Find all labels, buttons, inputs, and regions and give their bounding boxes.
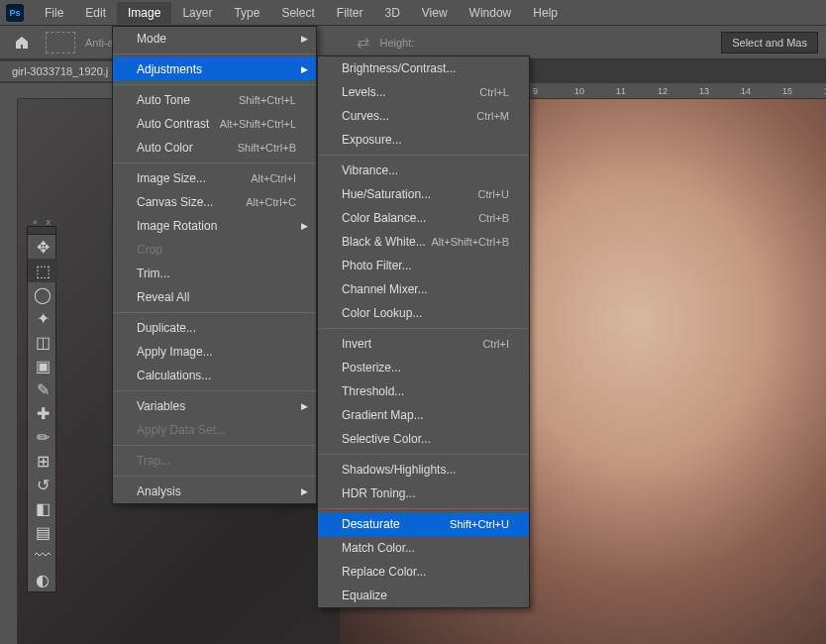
adjust-menu-hdr-toning[interactable]: HDR Toning... — [318, 482, 529, 505]
adjust-menu-invert[interactable]: InvertCtrl+I — [318, 332, 529, 356]
adjust-menu-hue-saturation[interactable]: Hue/Saturation...Ctrl+U — [318, 182, 529, 206]
select-mask-button[interactable]: Select and Mas — [721, 32, 818, 54]
menu-image[interactable]: Image — [117, 2, 171, 24]
adjust-menu-selective-color[interactable]: Selective Color... — [318, 427, 529, 451]
image-menu-mode[interactable]: Mode▶ — [113, 27, 316, 51]
tool-gradient[interactable]: ▤ — [28, 520, 57, 544]
image-menu-apply-data-set: Apply Data Set... — [113, 418, 316, 442]
image-menu-calculations[interactable]: Calculations... — [113, 364, 316, 387]
tool-wand[interactable]: ✦ — [28, 306, 57, 330]
image-menu-auto-tone[interactable]: Auto ToneShift+Ctrl+L — [113, 88, 316, 112]
adjust-menu-brightness-contrast[interactable]: Brightness/Contrast... — [318, 56, 529, 80]
menu-filter[interactable]: Filter — [326, 2, 374, 24]
menu-type[interactable]: Type — [223, 2, 270, 24]
image-menu-trap: Trap... — [113, 449, 316, 473]
tool-history[interactable]: ↺ — [28, 473, 57, 496]
adjust-menu-replace-color[interactable]: Replace Color... — [318, 560, 529, 584]
adjust-menu-vibrance[interactable]: Vibrance... — [318, 159, 529, 182]
home-icon[interactable] — [8, 32, 36, 54]
tool-brush[interactable]: ✏ — [28, 425, 57, 449]
height-label: Height: — [379, 37, 414, 49]
image-menu-image-rotation[interactable]: Image Rotation▶ — [113, 214, 316, 238]
adjust-menu-color-balance[interactable]: Color Balance...Ctrl+B — [318, 206, 529, 230]
image-menu-auto-contrast[interactable]: Auto ContrastAlt+Shift+Ctrl+L — [113, 112, 316, 136]
image-menu-duplicate[interactable]: Duplicate... — [113, 316, 316, 340]
menu-window[interactable]: Window — [459, 2, 523, 24]
tools-panel: ✥⬚◯✦◫▣✎✚✏⊞↺◧▤〰◐ — [27, 226, 56, 592]
image-menu-adjustments[interactable]: Adjustments▶ — [113, 57, 316, 81]
image-menu-auto-color[interactable]: Auto ColorShift+Ctrl+B — [113, 136, 316, 160]
image-menu-apply-image[interactable]: Apply Image... — [113, 340, 316, 364]
tool-lasso[interactable]: ◯ — [28, 282, 57, 306]
adjustments-submenu: Brightness/Contrast...Levels...Ctrl+LCur… — [317, 55, 530, 608]
tool-stamp[interactable]: ⊞ — [28, 449, 57, 473]
tool-heal[interactable]: ✚ — [28, 401, 57, 425]
tool-blur[interactable]: 〰 — [28, 544, 57, 568]
menu-select[interactable]: Select — [270, 2, 325, 24]
image-menu-variables[interactable]: Variables▶ — [113, 394, 316, 418]
adjust-menu-desaturate[interactable]: DesaturateShift+Ctrl+U — [318, 512, 529, 536]
tool-preset-icon[interactable] — [46, 32, 75, 54]
tool-frame[interactable]: ▣ — [28, 354, 57, 377]
document-tab[interactable]: girl-3033718_1920.j — [0, 61, 120, 81]
menu-help[interactable]: Help — [522, 2, 568, 24]
swap-icon[interactable]: ⇄ — [357, 33, 369, 52]
adjust-menu-photo-filter[interactable]: Photo Filter... — [318, 254, 529, 277]
ruler-vertical — [0, 99, 18, 644]
adjust-menu-curves[interactable]: Curves...Ctrl+M — [318, 104, 529, 128]
image-menu-canvas-size[interactable]: Canvas Size...Alt+Ctrl+C — [113, 190, 316, 214]
adjust-menu-black-white[interactable]: Black & White...Alt+Shift+Ctrl+B — [318, 230, 529, 254]
adjust-menu-channel-mixer[interactable]: Channel Mixer... — [318, 277, 529, 301]
menu-edit[interactable]: Edit — [74, 2, 117, 24]
image-menu-trim[interactable]: Trim... — [113, 262, 316, 285]
panel-grip[interactable] — [28, 227, 55, 235]
menu-view[interactable]: View — [411, 2, 459, 24]
menu-file[interactable]: File — [34, 2, 74, 24]
tool-marquee[interactable]: ⬚ — [28, 259, 57, 282]
adjust-menu-gradient-map[interactable]: Gradient Map... — [318, 403, 529, 427]
adjust-menu-equalize[interactable]: Equalize — [318, 584, 529, 607]
image-menu-analysis[interactable]: Analysis▶ — [113, 480, 316, 503]
adjust-menu-exposure[interactable]: Exposure... — [318, 128, 529, 152]
adjust-menu-shadows-highlights[interactable]: Shadows/Highlights... — [318, 458, 529, 482]
image-menu-image-size[interactable]: Image Size...Alt+Ctrl+I — [113, 166, 316, 190]
document-tab-label: girl-3033718_1920.j — [12, 65, 108, 77]
tool-dodge[interactable]: ◐ — [28, 568, 57, 591]
tool-eraser[interactable]: ◧ — [28, 496, 57, 520]
menubar: Ps FileEditImageLayerTypeSelectFilter3DV… — [0, 0, 826, 26]
adjust-menu-posterize[interactable]: Posterize... — [318, 356, 529, 379]
adjust-menu-match-color[interactable]: Match Color... — [318, 536, 529, 560]
image-menu-dropdown: Mode▶Adjustments▶Auto ToneShift+Ctrl+LAu… — [112, 26, 317, 504]
menu-3d[interactable]: 3D — [373, 2, 410, 24]
tool-crop[interactable]: ◫ — [28, 330, 57, 354]
adjust-menu-threshold[interactable]: Threshold... — [318, 379, 529, 403]
image-menu-crop: Crop — [113, 238, 316, 262]
image-menu-reveal-all[interactable]: Reveal All — [113, 285, 316, 309]
adjust-menu-levels[interactable]: Levels...Ctrl+L — [318, 80, 529, 104]
menu-layer[interactable]: Layer — [171, 2, 223, 24]
tool-eyedrop[interactable]: ✎ — [28, 377, 57, 401]
adjust-menu-color-lookup[interactable]: Color Lookup... — [318, 301, 529, 325]
tool-move[interactable]: ✥ — [28, 235, 57, 259]
app-logo: Ps — [6, 4, 24, 22]
